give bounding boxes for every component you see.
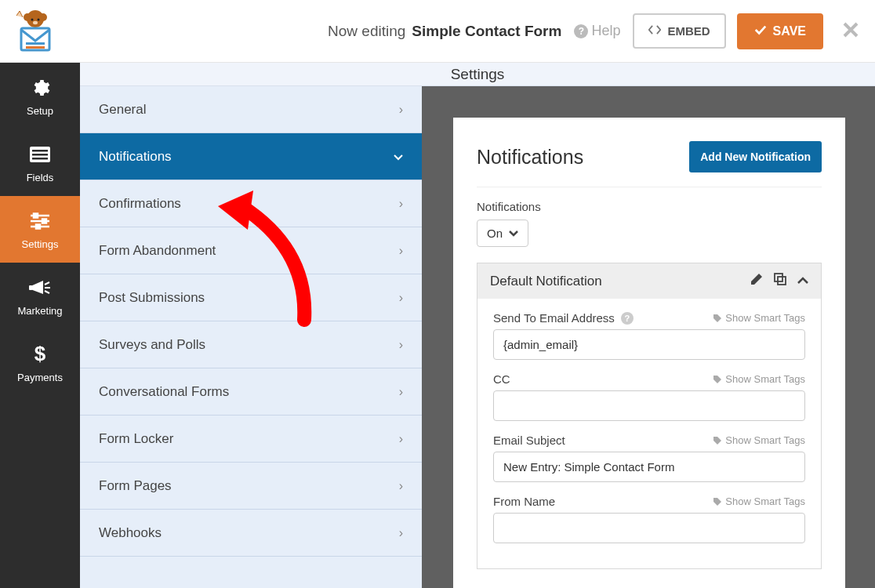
sidebar-item-setup[interactable]: Setup	[0, 63, 80, 129]
chevron-right-icon: ›	[399, 432, 403, 446]
save-button[interactable]: SAVE	[737, 13, 823, 49]
svg-text:$: $	[34, 343, 46, 365]
tag-icon	[713, 314, 722, 323]
settings-list: General› Notifications Confirmations› Fo…	[80, 86, 422, 588]
chevron-right-icon: ›	[399, 526, 403, 540]
svg-rect-19	[29, 285, 32, 290]
settings-title: Settings	[451, 66, 505, 83]
chevron-right-icon: ›	[399, 338, 403, 352]
add-notification-button[interactable]: Add New Notification	[689, 141, 822, 172]
sidebar-item-label: Marketing	[17, 305, 62, 317]
sliders-icon	[29, 210, 51, 232]
settings-item-label: Notifications	[99, 149, 172, 165]
help-icon: ?	[574, 24, 588, 38]
send-to-input[interactable]	[493, 329, 805, 360]
chevron-up-icon[interactable]	[797, 273, 808, 289]
notifications-panel: Notifications Add New Notification Notif…	[453, 118, 845, 588]
tag-icon	[713, 375, 722, 384]
settings-item-label: Form Pages	[99, 478, 172, 494]
svg-rect-18	[36, 225, 40, 229]
settings-item-label: Form Abandonment	[99, 243, 216, 259]
settings-item-label: Confirmations	[99, 196, 181, 212]
smart-tags-link[interactable]: Show Smart Tags	[713, 495, 805, 507]
right-canvas: Notifications Add New Notification Notif…	[422, 86, 875, 588]
smart-tags-link[interactable]: Show Smart Tags	[713, 373, 805, 385]
smart-tags-link[interactable]: Show Smart Tags	[713, 312, 805, 324]
settings-item-form-locker[interactable]: Form Locker›	[80, 416, 422, 463]
settings-item-form-abandonment[interactable]: Form Abandonment›	[80, 227, 422, 274]
main-area: Setup Fields Settings Marketing $ Paymen…	[0, 63, 875, 588]
edit-icon[interactable]	[750, 273, 763, 289]
embed-label: EMBED	[667, 24, 710, 38]
editing-label: Now editing Simple Contact Form ? Help	[328, 23, 620, 40]
field-subject: Email Subject Show Smart Tags	[493, 434, 805, 482]
settings-item-post-submissions[interactable]: Post Submissions›	[80, 274, 422, 321]
svg-rect-21	[775, 274, 782, 281]
toggle-value: On	[487, 227, 503, 240]
settings-item-label: Post Submissions	[99, 290, 205, 306]
chevron-right-icon: ›	[399, 244, 403, 258]
settings-item-conversational-forms[interactable]: Conversational Forms›	[80, 368, 422, 416]
settings-item-label: General	[99, 102, 146, 118]
settings-header: Settings	[80, 63, 875, 86]
notification-box: Default Notification Send To Email Addre…	[477, 263, 822, 569]
panel-header: Notifications Add New Notification	[477, 141, 822, 187]
notification-title: Default Notification	[490, 274, 602, 289]
sidebar: Setup Fields Settings Marketing $ Paymen…	[0, 63, 80, 588]
chevron-right-icon: ›	[399, 197, 403, 211]
subject-input[interactable]	[493, 452, 805, 482]
settings-item-label: Conversational Forms	[99, 384, 229, 400]
svg-rect-10	[32, 150, 48, 152]
help-link[interactable]: ? Help	[574, 23, 620, 39]
sidebar-item-marketing[interactable]: Marketing	[0, 263, 80, 329]
svg-rect-17	[42, 220, 46, 223]
copy-icon[interactable]	[774, 273, 786, 289]
settings-item-confirmations[interactable]: Confirmations›	[80, 180, 422, 227]
gear-icon	[29, 77, 51, 99]
settings-area: Settings General› Notifications Confirma…	[80, 63, 875, 588]
settings-body: General› Notifications Confirmations› Fo…	[80, 86, 875, 588]
close-icon	[842, 21, 859, 38]
help-icon[interactable]: ?	[621, 312, 634, 325]
close-button[interactable]	[842, 19, 859, 44]
settings-item-form-pages[interactable]: Form Pages›	[80, 463, 422, 510]
check-icon	[754, 24, 767, 38]
svg-rect-8	[26, 46, 45, 49]
field-label: Send To Email Address	[493, 311, 615, 325]
notification-tools	[750, 273, 808, 289]
smart-tags-link[interactable]: Show Smart Tags	[713, 434, 805, 446]
settings-item-general[interactable]: General›	[80, 86, 422, 133]
code-icon	[648, 24, 661, 38]
wpforms-logo	[12, 9, 59, 53]
notifications-toggle[interactable]: On	[477, 220, 528, 247]
from-name-input[interactable]	[493, 513, 805, 543]
embed-button[interactable]: EMBED	[633, 13, 725, 49]
chevron-right-icon: ›	[399, 103, 403, 117]
chevron-right-icon: ›	[399, 291, 403, 305]
notification-header: Default Notification	[477, 263, 821, 299]
settings-item-webhooks[interactable]: Webhooks›	[80, 510, 422, 557]
sidebar-item-payments[interactable]: $ Payments	[0, 329, 80, 396]
sidebar-item-settings[interactable]: Settings	[0, 196, 80, 263]
svg-rect-12	[32, 158, 48, 160]
svg-point-4	[38, 19, 40, 21]
settings-item-label: Form Locker	[99, 431, 173, 447]
field-label: From Name	[493, 495, 555, 508]
list-icon	[29, 143, 51, 165]
editing-prefix: Now editing	[328, 23, 405, 40]
megaphone-icon	[29, 277, 51, 299]
toggle-label: Notifications	[477, 200, 822, 213]
field-cc: CC Show Smart Tags	[493, 372, 805, 421]
top-bar: Now editing Simple Contact Form ? Help E…	[0, 0, 875, 63]
chevron-right-icon: ›	[399, 479, 403, 493]
cc-input[interactable]	[493, 390, 805, 421]
settings-item-surveys-polls[interactable]: Surveys and Polls›	[80, 321, 422, 368]
svg-rect-16	[34, 214, 38, 218]
settings-item-notifications[interactable]: Notifications	[80, 133, 422, 180]
sidebar-item-label: Settings	[22, 238, 59, 250]
sidebar-item-fields[interactable]: Fields	[0, 129, 80, 196]
form-name: Simple Contact Form	[412, 23, 561, 40]
svg-rect-7	[26, 42, 45, 45]
sidebar-item-label: Fields	[27, 172, 54, 183]
svg-rect-22	[778, 277, 786, 285]
